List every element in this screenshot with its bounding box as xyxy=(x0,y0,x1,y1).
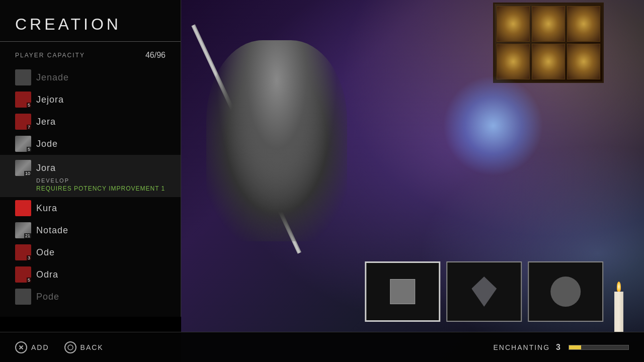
capacity-row: PLAYER CAPACITY 46/96 xyxy=(0,47,181,64)
add-button[interactable]: ADD xyxy=(15,341,49,353)
word-level-ode: 3 xyxy=(27,255,31,260)
enchanting-label: ENCHANTING xyxy=(494,343,550,351)
word-icon-pode xyxy=(15,289,31,305)
thumbnail-3[interactable] xyxy=(528,261,603,322)
word-icon-kura xyxy=(15,200,31,216)
word-name-kura: Kura xyxy=(36,203,57,214)
word-item-jejora[interactable]: 5 Jejora xyxy=(0,88,181,111)
panel-title-area: CREATION xyxy=(0,0,181,42)
game-background xyxy=(181,0,644,362)
word-icon-jenade xyxy=(15,69,31,85)
magic-aura xyxy=(443,75,543,176)
word-list: Jenade 5 Jejora 7 Jera 5 Jode xyxy=(0,66,181,308)
word-item-odra[interactable]: 5 Odra xyxy=(0,263,181,286)
word-level-notade: 21 xyxy=(24,233,31,238)
word-name-jode: Jode xyxy=(36,139,58,149)
add-label: ADD xyxy=(31,343,49,351)
word-icon-jera: 7 xyxy=(15,114,31,130)
word-requirement-jora: REQUIRES POTENCY IMPROVEMENT 1 xyxy=(36,185,165,192)
scene-candle xyxy=(609,272,629,332)
word-item-jora[interactable]: 10 Jora DEVELOP REQUIRES POTENCY IMPROVE… xyxy=(0,155,181,197)
circle-icon-svg xyxy=(67,344,74,351)
word-item-jera[interactable]: 7 Jera xyxy=(0,111,181,133)
word-item-pode[interactable]: Pode xyxy=(0,286,181,308)
word-icon-jora: 10 xyxy=(15,160,31,176)
left-panel: CREATION PLAYER CAPACITY 46/96 Jenade 5 … xyxy=(0,0,181,317)
word-level-jera: 7 xyxy=(27,125,31,130)
word-icon-jode: 5 xyxy=(15,136,31,152)
word-name-pode: Pode xyxy=(36,292,59,302)
word-name-odra: Odra xyxy=(36,269,58,280)
word-item-kura[interactable]: Kura xyxy=(0,197,181,219)
word-name-jenade: Jenade xyxy=(36,72,69,83)
x-button-icon xyxy=(15,341,27,353)
word-icon-notade: 21 xyxy=(15,222,31,238)
word-jora-header: 10 Jora xyxy=(15,160,166,176)
word-icon-odra: 5 xyxy=(15,266,31,283)
enchanting-info: ENCHANTING 3 xyxy=(494,343,629,352)
word-item-notade[interactable]: 21 Notade xyxy=(0,219,181,241)
word-name-ode: Ode xyxy=(36,247,55,258)
bottom-bar: ADD BACK ENCHANTING 3 xyxy=(0,332,644,362)
word-item-ode[interactable]: 3 Ode xyxy=(0,241,181,263)
word-name-notade: Notade xyxy=(36,225,68,236)
thumbnail-2[interactable] xyxy=(446,261,522,322)
word-name-jora: Jora xyxy=(36,163,56,173)
back-label: BACK xyxy=(80,343,104,351)
capacity-label: PLAYER CAPACITY xyxy=(15,52,85,59)
circle-button-icon xyxy=(64,341,76,353)
word-name-jejora: Jejora xyxy=(36,95,64,105)
enchanting-bar xyxy=(569,345,629,350)
thumbnail-1[interactable] xyxy=(365,261,440,322)
capacity-value: 46/96 xyxy=(145,51,166,60)
word-item-jenade[interactable]: Jenade xyxy=(0,66,181,88)
svg-point-0 xyxy=(68,345,73,350)
word-level-odra: 5 xyxy=(27,278,31,283)
word-level-jejora: 5 xyxy=(27,103,31,108)
word-level-jode: 5 xyxy=(27,147,31,152)
word-icon-ode: 3 xyxy=(15,244,31,260)
left-controls: ADD BACK xyxy=(15,341,104,353)
scene-character xyxy=(206,40,347,241)
word-level-jora: 10 xyxy=(24,171,31,176)
back-button[interactable]: BACK xyxy=(64,341,104,353)
panel-title: CREATION xyxy=(15,15,166,34)
scene-window xyxy=(493,3,604,83)
word-item-jode[interactable]: 5 Jode xyxy=(0,133,181,155)
thumbnail-strip xyxy=(365,261,603,322)
word-name-jera: Jera xyxy=(36,117,56,127)
word-subtext-jora: DEVELOP xyxy=(36,177,69,184)
enchanting-bar-fill xyxy=(569,345,581,349)
enchanting-level: 3 xyxy=(556,343,560,352)
word-icon-jejora: 5 xyxy=(15,92,31,108)
